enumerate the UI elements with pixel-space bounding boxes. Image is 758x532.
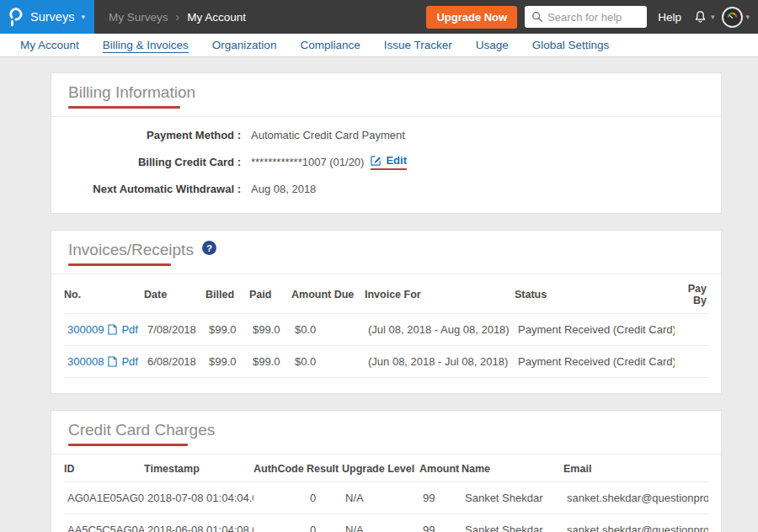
invoices-header: Invoices/Receipts? xyxy=(51,231,721,274)
invoice-status: Payment Received (Credit Card) xyxy=(515,314,675,346)
help-search xyxy=(525,6,647,28)
invoice-status: Payment Received (Credit Card) xyxy=(515,346,675,378)
payment-method-label: Payment Method : xyxy=(68,129,241,141)
charge-upgrade-level: N/A xyxy=(342,514,419,532)
help-link[interactable]: Help xyxy=(658,11,681,24)
chevron-down-icon: ▾ xyxy=(745,13,750,21)
invoice-pay-by xyxy=(675,314,708,346)
top-bar: Surveys ▾ My Surveys › My Account Upgrad… xyxy=(0,0,758,34)
topbar-right: Upgrade Now Help ▾ xyxy=(426,6,758,29)
masked-card-number: ************1007 (01/20) xyxy=(251,156,364,168)
col-paid: Paid xyxy=(249,274,291,314)
avatar xyxy=(722,7,743,28)
charges-table-wrap: ID Timestamp AuthCode Result Upgrade Lev… xyxy=(51,455,721,532)
tab-global-settings[interactable]: Global Settings xyxy=(520,39,622,51)
breadcrumb-my-account: My Account xyxy=(187,11,246,24)
charge-result: 0 xyxy=(307,514,342,532)
account-menu[interactable]: ▾ xyxy=(717,7,750,28)
invoice-paid: $99.0 xyxy=(249,314,291,346)
invoice-date: 7/08/2018 xyxy=(144,314,206,346)
charge-name: Sanket Shekdar xyxy=(462,482,563,514)
invoice-pdf-link[interactable]: Pdf xyxy=(121,355,138,368)
chevron-down-icon: ▾ xyxy=(711,13,715,21)
invoice-row: 300008 Pdf 6/08/2018 $99.0 $99.0 $0. xyxy=(64,346,708,378)
tab-billing-invoices[interactable]: Billing & Invoices xyxy=(91,39,200,51)
section-title: Invoices/Receipts xyxy=(68,241,194,259)
col-upgrade-level: Upgrade Level xyxy=(342,455,419,482)
invoice-amount-due: $0.0 xyxy=(291,314,365,346)
col-authcode: AuthCode xyxy=(254,455,307,482)
charge-upgrade-level: N/A xyxy=(342,482,419,514)
col-result: Result xyxy=(307,455,342,482)
invoice-number-link[interactable]: 300009 xyxy=(67,323,104,336)
billing-information-header: Billing Information xyxy=(51,73,721,117)
notifications-button[interactable]: ▾ xyxy=(692,9,715,25)
billing-credit-card-value: ************1007 (01/20) Edit xyxy=(251,154,407,170)
breadcrumb-separator-icon: › xyxy=(176,10,180,24)
tab-label: Organization xyxy=(212,39,277,51)
col-billed: Billed xyxy=(206,274,249,314)
invoices-table: No. Date Billed Paid Amount Due Invoice … xyxy=(64,274,708,378)
tab-label: Billing & Invoices xyxy=(103,39,189,53)
invoice-row: 300009 Pdf 7/08/2018 $99.0 $99.0 $0. xyxy=(64,314,708,346)
breadcrumb-my-surveys[interactable]: My Surveys xyxy=(109,11,168,24)
charge-authcode xyxy=(254,514,307,532)
tab-compliance[interactable]: Compliance xyxy=(288,39,371,51)
pdf-icon xyxy=(108,324,117,335)
tab-label: My Account xyxy=(20,39,79,51)
col-name: Name xyxy=(462,455,563,482)
charge-authcode xyxy=(254,482,307,514)
charge-email: sanket.shekdar@questionpro.com xyxy=(563,482,708,514)
invoice-date: 6/08/2018 xyxy=(144,346,206,378)
tab-label: Usage xyxy=(476,39,509,51)
edit-card-link[interactable]: Edit xyxy=(371,154,407,170)
table-header-row: No. Date Billed Paid Amount Due Invoice … xyxy=(64,274,708,314)
col-date: Date xyxy=(144,274,206,314)
next-withdrawal-value: Aug 08, 2018 xyxy=(251,183,316,195)
charge-id: AA5C5C5AG0A xyxy=(64,514,144,532)
title-underline xyxy=(68,444,188,446)
section-title: Credit Card Charges xyxy=(68,421,215,439)
invoice-pdf-link[interactable]: Pdf xyxy=(121,323,138,336)
account-tabs: My Account Billing & Invoices Organizati… xyxy=(0,34,758,57)
tab-label: Issue Tracker xyxy=(384,39,452,51)
title-underline xyxy=(68,106,180,109)
pdf-icon xyxy=(108,356,117,367)
help-icon[interactable]: ? xyxy=(202,241,216,255)
table-header-row: ID Timestamp AuthCode Result Upgrade Lev… xyxy=(64,455,708,482)
upgrade-now-button[interactable]: Upgrade Now xyxy=(426,6,517,29)
charge-row: AA5C5C5AG0A 2018-06-08 01:04:08.0 0 N/A … xyxy=(64,514,708,532)
col-pay-by: Pay By xyxy=(675,274,708,314)
charge-timestamp: 2018-07-08 01:04:04.0 xyxy=(144,482,254,514)
col-amount-due: Amount Due xyxy=(291,274,365,314)
charge-amount: 99 xyxy=(419,482,462,514)
edit-icon xyxy=(371,155,382,166)
billing-information-section: Billing Information Payment Method : Aut… xyxy=(51,72,722,214)
product-switcher[interactable]: Surveys ▾ xyxy=(0,0,94,34)
tab-usage[interactable]: Usage xyxy=(464,39,520,51)
bell-icon xyxy=(692,9,708,25)
charge-result: 0 xyxy=(307,482,342,514)
tab-organization[interactable]: Organization xyxy=(200,39,289,51)
invoice-for: (Jun 08, 2018 - Jul 08, 2018) xyxy=(365,346,515,378)
invoice-number-link[interactable]: 300008 xyxy=(67,355,104,368)
charges-table: ID Timestamp AuthCode Result Upgrade Lev… xyxy=(64,455,708,532)
col-invoice-for: Invoice For xyxy=(365,274,515,314)
tab-my-account[interactable]: My Account xyxy=(8,39,91,51)
col-amount: Amount xyxy=(419,455,462,482)
invoices-section: Invoices/Receipts? No. Date Billed Paid … xyxy=(51,230,722,394)
tab-issue-tracker[interactable]: Issue Tracker xyxy=(372,39,464,51)
invoice-pay-by xyxy=(675,346,708,378)
invoice-paid: $99.0 xyxy=(249,346,291,378)
col-no: No. xyxy=(64,274,144,314)
charge-id: AG0A1E05AG0A xyxy=(64,482,144,514)
invoices-table-wrap: No. Date Billed Paid Amount Due Invoice … xyxy=(51,274,721,393)
search-icon xyxy=(531,11,543,23)
invoice-billed: $99.0 xyxy=(206,346,249,378)
tab-label: Global Settings xyxy=(532,39,610,51)
billing-info-rows: Payment Method : Automatic Credit Card P… xyxy=(51,117,721,213)
next-withdrawal-label: Next Automatic Withdrawal : xyxy=(68,183,241,195)
col-status: Status xyxy=(515,274,675,314)
payment-method-value: Automatic Credit Card Payment xyxy=(251,129,405,141)
col-timestamp: Timestamp xyxy=(144,455,254,482)
